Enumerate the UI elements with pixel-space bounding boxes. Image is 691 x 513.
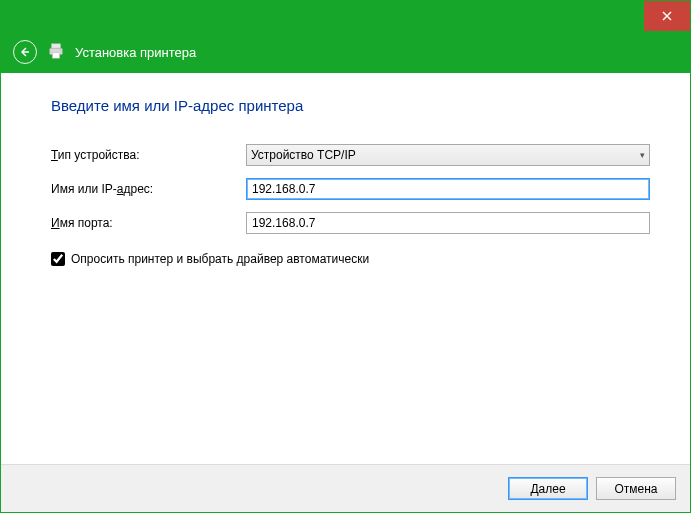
svg-rect-3	[52, 43, 61, 48]
row-auto-detect: Опросить принтер и выбрать драйвер автом…	[51, 252, 650, 266]
label-auto-detect: Опросить принтер и выбрать драйвер автом…	[71, 252, 369, 266]
select-device-type[interactable]: Устройство TCP/IP ▾	[246, 144, 650, 166]
input-ip-address[interactable]	[246, 178, 650, 200]
select-device-type-value: Устройство TCP/IP	[251, 148, 356, 162]
chevron-down-icon: ▾	[640, 150, 645, 160]
content-area: Введите имя или IP-адрес принтера Тип ус…	[1, 73, 690, 464]
titlebar	[1, 1, 690, 31]
svg-point-6	[60, 49, 61, 50]
header-title: Установка принтера	[75, 45, 196, 60]
next-button[interactable]: Далее	[508, 477, 588, 500]
label-ip-address: Имя или IP-адрес:	[51, 182, 246, 196]
footer: Далее Отмена	[1, 464, 690, 512]
row-ip-address: Имя или IP-адрес:	[51, 178, 650, 200]
checkbox-auto-detect[interactable]	[51, 252, 65, 266]
close-icon	[662, 11, 672, 21]
row-port-name: Имя порта:	[51, 212, 650, 234]
wizard-window: Установка принтера Введите имя или IP-ад…	[0, 0, 691, 513]
arrow-left-icon	[19, 46, 31, 58]
printer-icon	[47, 42, 65, 63]
page-heading: Введите имя или IP-адрес принтера	[51, 97, 650, 114]
row-device-type: Тип устройства: Устройство TCP/IP ▾	[51, 144, 650, 166]
input-port-name[interactable]	[246, 212, 650, 234]
cancel-button[interactable]: Отмена	[596, 477, 676, 500]
svg-rect-5	[52, 52, 59, 57]
label-device-type: Тип устройства:	[51, 148, 246, 162]
close-button[interactable]	[644, 1, 690, 31]
label-port-name: Имя порта:	[51, 216, 246, 230]
header-bar: Установка принтера	[1, 31, 690, 73]
back-button[interactable]	[13, 40, 37, 64]
